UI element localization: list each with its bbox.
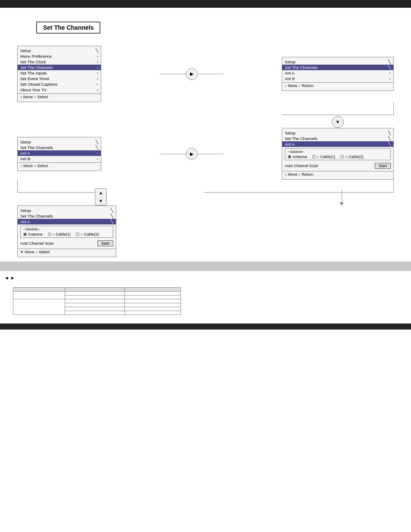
box2-item-channels: Set The Channels╲: [282, 65, 393, 70]
box4-antA: Ant A╲: [282, 141, 393, 147]
arrow-from-right: [339, 190, 344, 205]
box5-cable1-radio: [48, 233, 51, 236]
box4-footer: ↕ Move ○ Return: [282, 171, 393, 177]
page-title: Set The Channels: [36, 22, 100, 34]
h-line-1b: [198, 74, 224, 74]
down-arrow-small: [339, 202, 344, 205]
bottom-row: Setup ╲ Set The Channels╲ Ant A╲ ─Source…: [17, 205, 394, 257]
box5-cable1-option: ○ Cable(1): [48, 232, 71, 236]
box5-cable2-radio: [76, 233, 79, 236]
box3-title: Setup ╲: [18, 139, 101, 145]
box5-title: Setup ╲: [18, 208, 116, 213]
box4-start-btn[interactable]: Start: [375, 163, 391, 169]
table-row-1: [13, 292, 181, 296]
box4-cable1-option: ○ Cable(1): [312, 155, 335, 159]
connector-line-2b: [204, 180, 394, 193]
table-cell-r4c3: [125, 303, 181, 307]
box5-antenna-option: Antenna: [23, 232, 43, 236]
top-bar: [0, 0, 411, 8]
box1-item-inputs: Set The Inputs›: [18, 70, 101, 76]
box5-channels: Set The Channels╲: [18, 213, 116, 219]
box4-title: Setup ╲: [282, 130, 393, 136]
box2-title: Setup ╲: [282, 59, 393, 65]
box5-scan-row: Auto Channel Scan Start: [18, 239, 116, 248]
diagram-area: Setup ╲ Menu Preference› Set The Clock› …: [0, 46, 411, 257]
table-header-col3: [125, 288, 181, 292]
table-cell-r1c2: [65, 292, 125, 296]
box5-antA: Ant A╲: [18, 219, 116, 224]
table-cell-r6c2: [65, 311, 125, 315]
table-row-3: [13, 299, 181, 303]
box4-scan-row: Auto Channel Scan Start: [282, 162, 393, 170]
arrow-right-circle-2: ▶: [186, 148, 198, 160]
box1-item-about: About Your TV›: [18, 87, 101, 93]
middle-row: Setup ╲ Set The Channels╲ Ant A› Ant B› …: [17, 128, 394, 180]
nav-hint: ◄ ►: [0, 271, 411, 282]
box2-item-antA: Ant A›: [282, 70, 393, 76]
box3-item-channels: Set The Channels╲: [18, 145, 101, 150]
box1-item-menu-pref: Menu Preference›: [18, 53, 101, 59]
dn-circle: ▼: [95, 197, 107, 205]
h-line-1a: [160, 74, 186, 74]
box5-source-options: Antenna ○ Cable(1) ○ Cable(2): [23, 232, 110, 236]
h-line-2a: [160, 154, 186, 154]
setup-menu-box4: Setup ╲ Set The Channels╲ Ant A╲ ─Source…: [282, 128, 394, 180]
box5-source-label: ─Source─: [23, 227, 110, 231]
table-header-col2: [65, 288, 125, 292]
box3-item-antA: Ant A›: [18, 150, 101, 156]
table-cell-r2c3: [125, 296, 181, 299]
down-circle-1: ▼: [332, 116, 344, 128]
table-cell-r3c3: [125, 299, 181, 303]
box5-cable2-option: ○ Cable(2): [76, 232, 99, 236]
box4-cable1-radio: [312, 155, 316, 159]
connector-line-1: [282, 102, 394, 115]
arrow-area-2: ▶: [149, 148, 235, 160]
table-cell-r6c3: [125, 311, 181, 315]
table-cell-r1c1: [13, 292, 65, 299]
box4-source-group: ─Source─ Antenna ○ Cable(1) ○ Cable(2: [285, 148, 391, 160]
connector-1: ▼: [17, 102, 394, 128]
setup-menu-box1: Setup ╲ Menu Preference› Set The Clock› …: [17, 46, 101, 102]
box5-start-btn[interactable]: Start: [97, 240, 113, 246]
updown-arrows: ▲ ▼: [95, 188, 107, 205]
box1-item-captions: Set Closed Captions›: [18, 81, 101, 87]
box4-channels: Set The Channels╲: [282, 136, 393, 141]
box5-footer: ✦ Move ○ Select: [18, 249, 116, 255]
box4-antenna-option: Antenna: [288, 155, 307, 159]
box2-item-antB: Ant B›: [282, 76, 393, 81]
table-cell-r2c2: [65, 296, 125, 299]
box1-title: Setup ╲: [18, 48, 101, 53]
box2-footer: ↕ Move ○ Return: [282, 82, 393, 89]
arrow-right-circle-1: ▶: [186, 68, 198, 80]
up-circle: ▲: [95, 188, 107, 197]
table-cell-r5c2: [65, 307, 125, 311]
box1-footer: ↕ Move ○ Select: [18, 93, 101, 100]
setup-menu-box2: Setup ╲ Set The Channels╲ Ant A› Ant B› …: [282, 57, 394, 91]
nav-arrows: ◄ ►: [4, 275, 15, 280]
table-cell-r3c1: [13, 299, 65, 315]
table-cell-r5c3: [125, 307, 181, 311]
box5-antenna-radio: [23, 233, 27, 236]
table-cell-r1c3: [125, 292, 181, 296]
box3-footer: ↕ Move ○ Select: [18, 162, 101, 169]
box4-cable2-radio: [340, 155, 344, 159]
info-bar: [0, 261, 411, 271]
box4-antenna-radio: [288, 155, 291, 159]
setup-menu-box3: Setup ╲ Set The Channels╲ Ant A› Ant B› …: [17, 137, 101, 171]
table-row-header: [13, 288, 181, 292]
box5-source-group: ─Source─ Antenna ○ Cable(1) ○ Cable(2: [20, 226, 113, 238]
box4-source-options: Antenna ○ Cable(1) ○ Cable(2): [288, 155, 388, 159]
table-cell-r3c2: [65, 299, 125, 303]
bottom-bar: [0, 324, 411, 330]
connector-line-2: [17, 180, 103, 193]
down-arrow-1: ▼: [332, 115, 344, 128]
box1-item-channels: Set The Channels›: [18, 65, 101, 70]
table-cell-r4c2: [65, 303, 125, 307]
arrow-area-1: ▶: [149, 68, 235, 80]
box4-cable2-option: ○ Cable(2): [340, 155, 363, 159]
box4-source-label: ─Source─: [288, 149, 388, 154]
box1-item-timer: Set Event Timer›: [18, 76, 101, 81]
box3-item-antB: Ant B›: [18, 156, 101, 162]
table-header-col1: [13, 288, 65, 292]
top-row: Setup ╲ Menu Preference› Set The Clock› …: [17, 46, 394, 102]
